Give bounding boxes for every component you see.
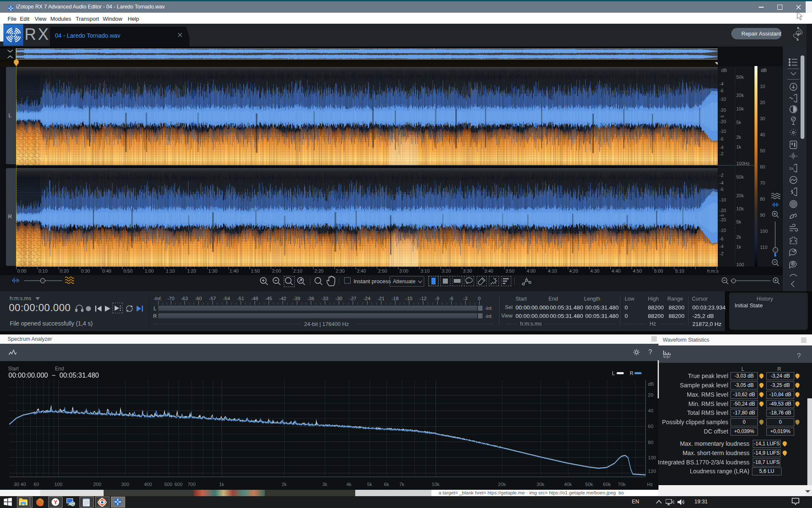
svg-text:Ss: Ss [789, 166, 794, 171]
